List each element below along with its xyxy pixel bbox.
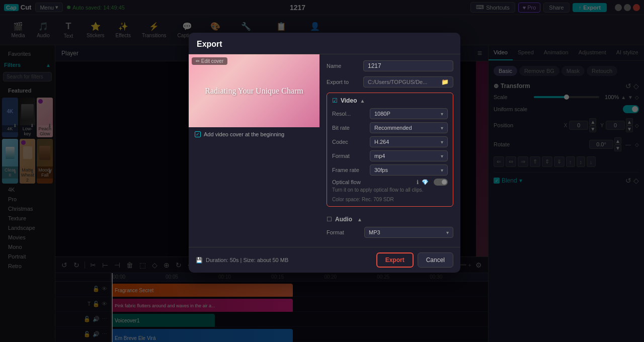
video-collapse-icon[interactable]: ▲ [360,98,365,104]
optical-flow-desc: Turn it on to apply optical flow to all … [332,187,448,194]
codec-dropdown[interactable]: H.264 ▾ [370,136,448,147]
export-to-row: Export to C:/Users/TOPGUS/De... 📁 [327,76,453,88]
add-cover-label: Add video cover at the beginning [204,131,284,137]
name-label: Name [327,63,359,69]
codec-arrow: ▾ [441,139,443,145]
codec-row: Codec H.264 ▾ [332,136,448,147]
export-path-row: C:/Users/TOPGUS/De... 📁 [363,76,453,88]
video-section-header: ☑ Video ▲ [332,97,448,104]
framerate-value: 30fps [374,167,388,173]
optical-flow-row: Optical flow ℹ 💎 [332,179,448,186]
color-space-row: Color space: Rec. 709 SDR [332,197,448,202]
preview-edit-btn[interactable]: ✏ Edit cover [192,57,227,65]
optical-flow-label: Optical flow [332,179,414,185]
optical-flow-toggle[interactable] [434,179,448,186]
video-checkbox[interactable]: ☑ [332,97,338,104]
export-modal: Export ✏ Edit cover Radiating Your Uniqu… [189,33,460,273]
export-confirm-button[interactable]: Export [376,252,414,268]
name-input[interactable] [363,60,453,71]
name-row: Name [327,60,453,71]
modal-form: Name Export to C:/Users/TOPGUS/De... 📁 ☑ [319,54,460,247]
bitrate-arrow: ▾ [441,125,443,131]
audio-format-value: MP3 [369,229,380,235]
framerate-row: Frame rate 30fps ▾ [332,164,448,176]
resolution-row: Resol... 1080P ▾ [332,108,448,119]
audio-checkbox[interactable]: ☐ [327,216,332,223]
codec-label: Codec [332,139,370,145]
framerate-arrow: ▾ [441,167,443,173]
framerate-label: Frame rate [332,167,370,173]
preview-image: ✏ Edit cover Radiating Your Unique Charm [189,54,319,127]
export-path: C:/Users/TOPGUS/De... [368,79,441,85]
modal-body: ✏ Edit cover Radiating Your Unique Charm… [189,54,460,247]
cancel-button[interactable]: Cancel [418,252,453,268]
audio-format-label: Format [327,229,364,235]
bitrate-row: Bit rate Recommended ▾ [332,122,448,133]
format-row: Format mp4 ▾ [332,150,448,161]
audio-collapse-icon[interactable]: ▲ [357,217,362,222]
footer-info: 💾 Duration: 50s | Size: about 50 MB [196,257,288,264]
bitrate-label: Bit rate [332,125,370,131]
audio-section-header: ☐ Audio ▲ [327,216,453,223]
resolution-arrow: ▾ [441,111,443,117]
format-value: mp4 [374,153,385,159]
resolution-label: Resol... [332,111,370,117]
export-to-label: Export to [327,79,359,85]
audio-section: ☐ Audio ▲ Format MP3 ▾ [327,216,453,241]
format-arrow: ▾ [441,153,443,159]
video-title: Video [341,97,357,104]
folder-icon[interactable]: 📁 [441,78,449,86]
optical-pro-icon: 💎 [422,179,429,186]
footer-actions: Export Cancel [376,252,453,268]
resolution-dropdown[interactable]: 1080P ▾ [370,108,448,119]
bitrate-value: Recommended [374,125,412,131]
framerate-dropdown[interactable]: 30fps ▾ [370,164,448,176]
audio-format-row: Format MP3 ▾ [327,227,453,238]
audio-format-arrow: ▾ [446,230,449,235]
add-cover-checkbox[interactable]: ✓ [195,131,201,137]
modal-preview: ✏ Edit cover Radiating Your Unique Charm… [189,54,319,247]
audio-format-dropdown[interactable]: MP3 ▾ [364,227,453,238]
format-dropdown[interactable]: mp4 ▾ [370,150,448,161]
modal-overlay: Export ✏ Edit cover Radiating Your Uniqu… [0,0,644,342]
preview-text: Radiating Your Unique Charm [200,81,308,101]
codec-value: H.264 [374,139,389,145]
add-cover-row: ✓ Add video cover at the beginning [189,127,319,141]
resolution-value: 1080P [374,111,390,117]
video-section: ☑ Video ▲ Resol... 1080P ▾ Bit [327,93,453,207]
audio-title: Audio [335,216,352,223]
duration-size-label: Duration: 50s | Size: about 50 MB [206,257,288,263]
modal-header: Export [189,33,460,54]
modal-footer: 💾 Duration: 50s | Size: about 50 MB Expo… [189,247,460,273]
bitrate-dropdown[interactable]: Recommended ▾ [370,122,448,133]
optical-toggle-knob [442,180,447,185]
optical-info-icon: ℹ [417,179,419,186]
storage-icon: 💾 [196,257,203,264]
format-label: Format [332,153,370,159]
